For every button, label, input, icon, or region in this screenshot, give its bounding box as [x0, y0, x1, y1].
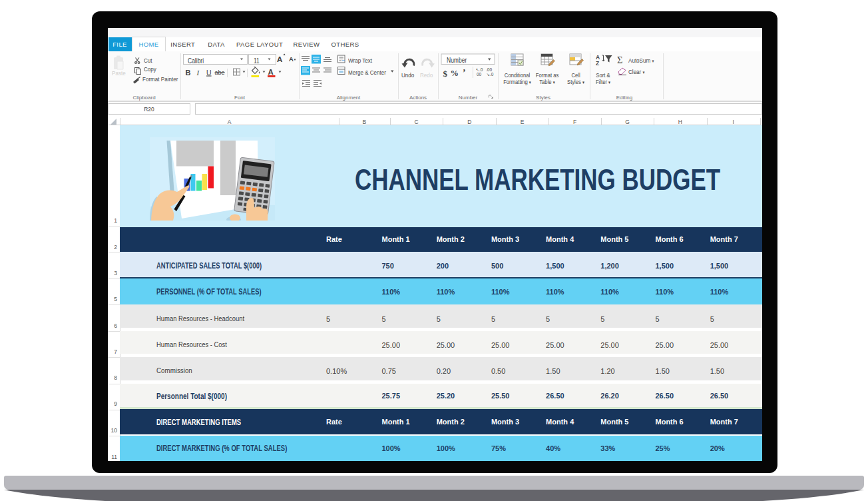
svg-text:’: ’	[463, 68, 466, 78]
svg-text:Z: Z	[596, 60, 599, 67]
svg-text:$: $	[443, 69, 448, 79]
svg-text:Σ: Σ	[617, 55, 622, 65]
svg-text:U: U	[206, 69, 212, 77]
svg-text:A: A	[268, 68, 274, 76]
svg-text:↖.0: ↖.0	[476, 67, 483, 72]
svg-text:A: A	[289, 55, 294, 63]
svg-text:↘.0: ↘.0	[487, 72, 494, 77]
svg-text:.00: .00	[486, 67, 492, 72]
svg-text:%: %	[451, 69, 459, 78]
svg-text:00: 00	[477, 72, 482, 77]
svg-text:abe: abe	[215, 69, 225, 76]
svg-text:I: I	[196, 69, 200, 77]
svg-text:B: B	[186, 69, 191, 77]
svg-text:A: A	[277, 55, 282, 63]
